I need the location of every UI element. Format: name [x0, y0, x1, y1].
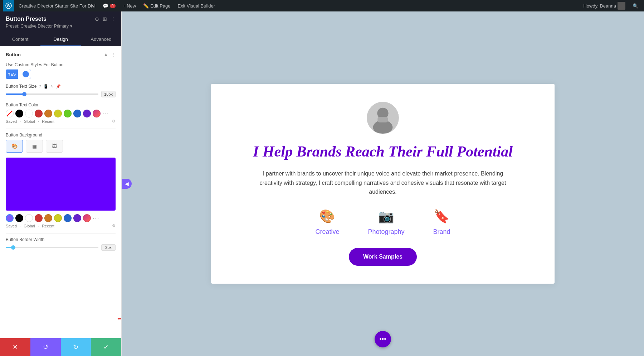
panel-bottom-toolbar: ✕ ↺ ↻ ✓: [0, 338, 121, 356]
panel-title: Button Presets: [6, 16, 47, 22]
toggle-yes-label: YES: [6, 72, 18, 76]
divi-toggle-icon: ◀: [125, 181, 129, 187]
photography-label: Photography: [368, 228, 404, 236]
panel-header: Button Presets ⊙ ⊞ ⋮ Preset: Creative Di…: [0, 11, 121, 33]
text-size-slider-track[interactable]: [6, 93, 98, 95]
text-size-slider-row: 16px: [6, 91, 116, 97]
layout-icon[interactable]: ⊞: [103, 16, 107, 22]
color-swatch-purple[interactable]: [83, 110, 91, 117]
new-label: New: [127, 3, 136, 9]
text-size-mobile-icon[interactable]: 📱: [43, 84, 48, 89]
text-color-label: Button Text Color: [6, 102, 116, 107]
global-label: Global: [24, 119, 35, 124]
bg-swatch-blue[interactable]: [64, 214, 72, 222]
bg-swatch-pink[interactable]: [83, 214, 91, 222]
exit-builder-label: Exit Visual Builder: [178, 3, 215, 9]
text-size-slider-thumb[interactable]: [22, 92, 26, 96]
site-name-link[interactable]: Creative Director Starter Site For Divi: [16, 0, 98, 11]
page-subtext: I partner with brands to uncover their u…: [254, 169, 512, 197]
fab-icon: •••: [380, 336, 386, 343]
color-swatch-yellow[interactable]: [54, 110, 62, 117]
section-more-icon[interactable]: ⋮: [111, 52, 116, 57]
edit-page-link[interactable]: ✏️ Edit Page: [140, 0, 173, 11]
service-photography: 📷 Photography: [368, 209, 404, 236]
divi-panel-toggle[interactable]: ◀: [122, 179, 132, 189]
service-creative: 🎨 Creative: [315, 209, 339, 236]
border-width-slider-thumb[interactable]: [11, 245, 15, 250]
more-colors-icon[interactable]: ⋯: [102, 110, 109, 117]
text-size-label: Button Text Size: [6, 84, 37, 89]
divider-2: [6, 233, 116, 234]
search-button[interactable]: 🔍: [630, 0, 641, 11]
howdy-label[interactable]: Howdy, Deanna: [580, 0, 628, 11]
search-panel-icon[interactable]: ⊙: [95, 16, 99, 22]
border-width-label-row: Button Border Width: [6, 237, 116, 242]
comments-link[interactable]: 💬 0: [100, 0, 118, 11]
creative-icon: 🎨: [319, 209, 335, 224]
creative-label: Creative: [315, 228, 339, 236]
bg-image-option[interactable]: 🖼: [46, 140, 63, 153]
text-size-help-icon[interactable]: ?: [39, 84, 41, 88]
svg-rect-6: [377, 117, 388, 122]
brand-label: Brand: [433, 228, 450, 236]
tab-content[interactable]: Content: [0, 33, 40, 46]
background-setting: Button Background 🎨 ▣ 🖼: [6, 133, 116, 153]
exit-builder-link[interactable]: Exit Visual Builder: [175, 0, 218, 11]
color-swatch-transparent[interactable]: [6, 110, 14, 117]
panel-header-top: Button Presets ⊙ ⊞ ⋮: [6, 16, 116, 22]
cta-button[interactable]: Work Samples: [349, 248, 417, 266]
main-layout: Button Presets ⊙ ⊞ ⋮ Preset: Creative Di…: [0, 11, 644, 356]
bg-swatch-white[interactable]: [25, 214, 33, 222]
redo-button[interactable]: ↻: [61, 338, 91, 356]
color-swatch-blue[interactable]: [73, 110, 81, 117]
border-width-value[interactable]: 2px: [101, 244, 116, 251]
color-swatch-orange[interactable]: [44, 110, 52, 117]
redo-icon: ↻: [73, 343, 78, 351]
bg-swatch-dark-purple[interactable]: [73, 214, 81, 222]
bg-saved-label: Saved: [6, 224, 17, 228]
custom-styles-toggle[interactable]: YES: [6, 69, 31, 79]
color-preview-block[interactable]: [6, 158, 116, 211]
border-width-slider-track[interactable]: [6, 247, 98, 248]
color-swatch-black[interactable]: [15, 110, 23, 117]
bg-global-label: Global: [24, 224, 35, 228]
text-size-pin-icon[interactable]: 📌: [56, 84, 61, 89]
fab-button[interactable]: •••: [375, 331, 391, 347]
undo-button[interactable]: ↺: [30, 338, 61, 356]
page-heading: I Help Brands Reach Their Full Potential: [253, 143, 513, 160]
bg-swatch-purple[interactable]: [6, 214, 14, 222]
page-card: I Help Brands Reach Their Full Potential…: [211, 84, 555, 284]
bg-gradient-option[interactable]: ▣: [26, 140, 43, 153]
settings-gear-icon[interactable]: ⚙: [112, 119, 116, 124]
color-swatch-pink[interactable]: [93, 110, 101, 117]
bg-swatch-yellow[interactable]: [54, 214, 62, 222]
text-size-more-icon[interactable]: ⋮: [63, 84, 67, 89]
wp-logo-icon[interactable]: W: [3, 0, 14, 11]
color-swatch-green[interactable]: [64, 110, 72, 117]
text-size-value[interactable]: 16px: [101, 91, 116, 97]
bg-settings-icon[interactable]: ⚙: [112, 223, 116, 228]
bg-swatch-red[interactable]: [35, 214, 43, 222]
text-size-cursor-icon[interactable]: ↖: [50, 84, 54, 89]
bg-color-option[interactable]: 🎨: [6, 140, 23, 153]
confirm-button[interactable]: ✓: [91, 338, 121, 356]
avatar: [367, 102, 399, 134]
custom-styles-setting: Use Custom Styles For Button YES: [6, 62, 116, 79]
bg-color-meta: Saved · Global · Recent ⚙: [6, 223, 116, 228]
tab-design[interactable]: Design: [40, 33, 81, 46]
close-button[interactable]: ✕: [0, 338, 30, 356]
more-options-icon[interactable]: ⋮: [111, 16, 116, 22]
tab-advanced[interactable]: Advanced: [81, 33, 121, 46]
services-row: 🎨 Creative 📷 Photography 🔖 Brand: [233, 209, 533, 236]
color-swatch-red[interactable]: [35, 110, 43, 117]
bg-more-colors-icon[interactable]: ⋯: [93, 214, 99, 222]
divider-1: [6, 129, 116, 129]
bg-swatch-black[interactable]: [15, 214, 23, 222]
text-color-setting: Button Text Color ⋯ Saved ·: [6, 102, 116, 124]
collapse-icon[interactable]: ▲: [104, 52, 108, 57]
undo-icon: ↺: [43, 343, 48, 351]
color-swatch-white[interactable]: [25, 110, 33, 117]
site-name: Creative Director Starter Site For Divi: [19, 3, 96, 9]
new-item-link[interactable]: + New: [120, 0, 139, 11]
bg-swatch-orange[interactable]: [44, 214, 52, 222]
